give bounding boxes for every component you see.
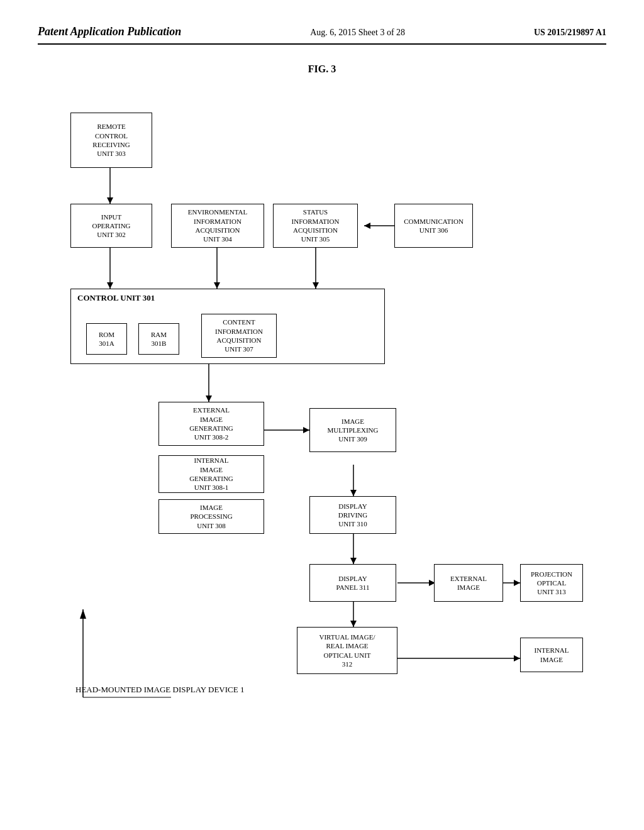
- figure-title: FIG. 3: [38, 64, 606, 75]
- svg-marker-5: [214, 282, 220, 289]
- header: Patent Application Publication Aug. 6, 2…: [38, 25, 606, 45]
- diagram: REMOTE CONTROL RECEIVING UNIT 303 INPUT …: [45, 94, 599, 710]
- diagram-arrows: [45, 94, 599, 710]
- block-image-processing: IMAGE PROCESSING UNIT 308: [158, 499, 264, 534]
- header-title: Patent Application Publication: [38, 25, 181, 38]
- block-input-operating: INPUT OPERATING UNIT 302: [70, 204, 152, 248]
- svg-marker-11: [206, 396, 212, 402]
- svg-marker-1: [107, 197, 113, 204]
- block-ram: RAM 301B: [138, 323, 179, 355]
- block-external-image-gen: EXTERNAL IMAGE GENERATING UNIT 308-2: [158, 402, 264, 446]
- header-patent-number: US 2015/219897 A1: [534, 28, 606, 38]
- footer-label: HEAD-MOUNTED IMAGE DISPLAY DEVICE 1: [75, 685, 644, 695]
- block-rom: ROM 301A: [86, 323, 127, 355]
- control-unit-label: CONTROL UNIT 301: [77, 293, 155, 304]
- block-external-image: EXTERNAL IMAGE: [434, 564, 503, 602]
- svg-marker-27: [80, 609, 86, 619]
- block-status-info: STATUS INFORMATION ACQUISITION UNIT 305: [273, 204, 358, 248]
- block-image-multiplexing: IMAGE MULTIPLEXING UNIT 309: [309, 408, 396, 452]
- svg-marker-13: [303, 427, 309, 433]
- block-internal-image: INTERNAL IMAGE: [520, 638, 583, 672]
- svg-marker-23: [514, 580, 520, 586]
- svg-marker-15: [350, 490, 357, 496]
- svg-marker-3: [107, 282, 113, 289]
- block-environmental: ENVIRONMENTAL INFORMATION ACQUISITION UN…: [171, 204, 264, 248]
- block-virtual-image-optical: VIRTUAL IMAGE/ REAL IMAGE OPTICAL UNIT 3…: [297, 627, 397, 674]
- svg-marker-9: [364, 223, 370, 229]
- svg-marker-19: [350, 621, 357, 627]
- svg-marker-17: [350, 558, 357, 564]
- block-content-info: CONTENT INFORMATION ACQUISITION UNIT 307: [201, 314, 277, 358]
- block-remote-control: REMOTE CONTROL RECEIVING UNIT 303: [70, 113, 152, 168]
- block-display-driving: DISPLAY DRIVING UNIT 310: [309, 496, 396, 534]
- header-date-sheet: Aug. 6, 2015 Sheet 3 of 28: [310, 28, 405, 38]
- block-internal-image-gen: INTERNAL IMAGE GENERATING UNIT 308-1: [158, 455, 264, 493]
- block-projection-optical: PROJECTION OPTICAL UNIT 313: [520, 564, 583, 602]
- block-communication: COMMUNICATION UNIT 306: [394, 204, 473, 248]
- page: Patent Application Publication Aug. 6, 2…: [0, 0, 644, 830]
- block-display-panel: DISPLAY PANEL 311: [309, 564, 396, 602]
- svg-marker-25: [514, 655, 520, 661]
- svg-marker-7: [313, 282, 319, 289]
